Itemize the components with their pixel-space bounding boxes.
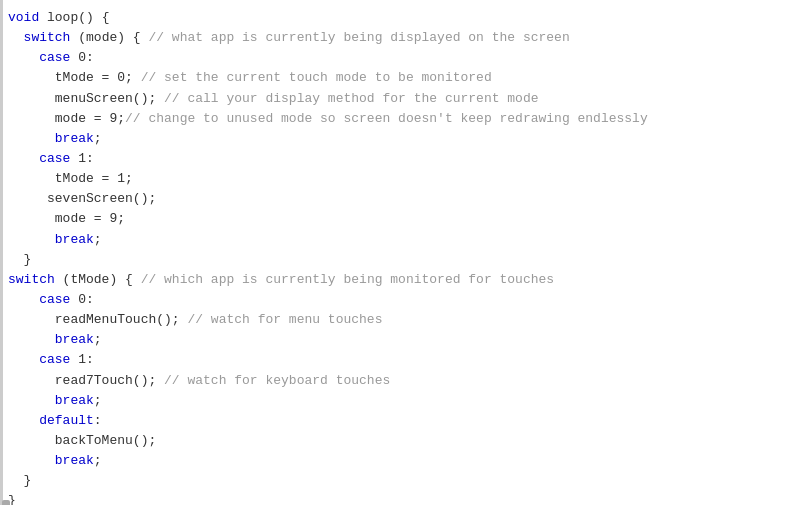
code-token: break [55, 332, 94, 347]
code-line: case 1: [0, 149, 800, 169]
code-line: } [0, 250, 800, 270]
code-line: default: [0, 411, 800, 431]
code-token: } [24, 252, 32, 267]
code-token: default [39, 413, 94, 428]
code-token: // which app is currently being monitore… [141, 272, 554, 287]
code-token: 0: [70, 50, 93, 65]
code-token: (mode) { [70, 30, 148, 45]
code-line: switch (mode) { // what app is currently… [0, 28, 800, 48]
code-token: (tMode) { [55, 272, 141, 287]
code-token: 1: [70, 151, 93, 166]
code-line: tMode = 1; [0, 169, 800, 189]
code-line: } [0, 491, 800, 505]
code-line: break; [0, 330, 800, 350]
code-line: break; [0, 391, 800, 411]
code-token: } [24, 473, 32, 488]
code-token: loop() { [39, 10, 109, 25]
code-token: // what app is currently being displayed… [148, 30, 569, 45]
code-token: case [39, 352, 70, 367]
code-line: void loop() { [0, 8, 800, 28]
code-token: switch [8, 272, 55, 287]
code-line: break; [0, 129, 800, 149]
code-token: void [8, 10, 39, 25]
code-token: readMenuTouch(); [55, 312, 188, 327]
code-line: readMenuTouch(); // watch for menu touch… [0, 310, 800, 330]
code-token: // change to unused mode so screen doesn… [125, 111, 648, 126]
code-line: menuScreen(); // call your display metho… [0, 89, 800, 109]
code-line: tMode = 0; // set the current touch mode… [0, 68, 800, 88]
code-token: 0: [70, 292, 93, 307]
code-line: backToMenu(); [0, 431, 800, 451]
code-token: // watch for keyboard touches [164, 373, 390, 388]
code-token: case [39, 50, 70, 65]
code-token: tMode = 1; [55, 171, 133, 186]
code-token: backToMenu(); [55, 433, 156, 448]
code-token: mode = 9; [55, 111, 125, 126]
code-line: case 0: [0, 290, 800, 310]
code-line: read7Touch(); // watch for keyboard touc… [0, 371, 800, 391]
code-line: break; [0, 451, 800, 471]
code-token: break [55, 131, 94, 146]
code-line: sevenScreen(); [0, 189, 800, 209]
code-editor: void loop() { switch (mode) { // what ap… [0, 0, 800, 505]
code-token: // watch for menu touches [187, 312, 382, 327]
code-token: ; [94, 232, 102, 247]
code-line: mode = 9;// change to unused mode so scr… [0, 109, 800, 129]
code-token: break [55, 393, 94, 408]
code-token: 1: [70, 352, 93, 367]
code-token: break [55, 232, 94, 247]
code-token: sevenScreen(); [47, 191, 156, 206]
code-token: case [39, 292, 70, 307]
code-token: ; [94, 393, 102, 408]
code-token: read7Touch(); [55, 373, 164, 388]
code-token: break [55, 453, 94, 468]
code-line: } [0, 471, 800, 491]
code-line: break; [0, 230, 800, 250]
code-line: mode = 9; [0, 209, 800, 229]
code-token: case [39, 151, 70, 166]
code-token: ; [94, 332, 102, 347]
code-token: // call your display method for the curr… [164, 91, 538, 106]
code-token: menuScreen(); [55, 91, 164, 106]
scroll-indicator[interactable] [2, 500, 10, 505]
left-border [0, 0, 3, 505]
code-token: ; [94, 453, 102, 468]
code-token: : [94, 413, 102, 428]
code-line: switch (tMode) { // which app is current… [0, 270, 800, 290]
code-token: ; [94, 131, 102, 146]
code-line: case 0: [0, 48, 800, 68]
code-content: void loop() { switch (mode) { // what ap… [0, 8, 800, 505]
code-line: case 1: [0, 350, 800, 370]
code-token: // set the current touch mode to be moni… [141, 70, 492, 85]
code-token: tMode = 0; [55, 70, 141, 85]
code-token: mode = 9; [55, 211, 125, 226]
code-token: switch [24, 30, 71, 45]
